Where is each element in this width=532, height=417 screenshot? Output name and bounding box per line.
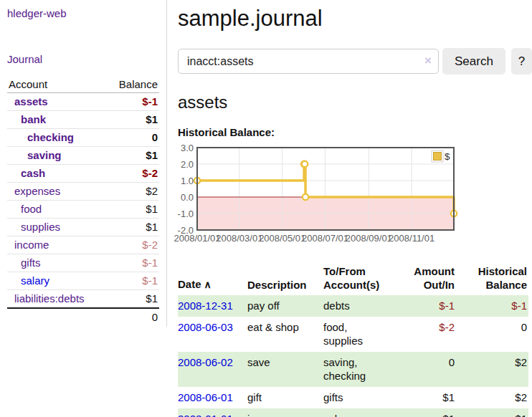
account-link[interactable]: supplies <box>9 221 60 234</box>
page-title: sample.journal <box>178 6 532 32</box>
register-row: 2008-12-31pay offdebts$-1$-1 <box>178 295 528 317</box>
account-balance: $1 <box>146 149 158 162</box>
register-row: 2008-06-02savesaving, checking0$2 <box>178 352 528 387</box>
search-bar: × Search ? <box>178 48 532 75</box>
svg-text:2008/09/01: 2008/09/01 <box>346 233 392 244</box>
svg-text:-1.0: -1.0 <box>178 208 194 219</box>
register-accounts: gifts <box>323 391 343 403</box>
register-column-header: Amount Out/In <box>395 263 460 295</box>
register-row: 2008-06-01giftgifts$1$2 <box>178 387 528 408</box>
register-table: Date ∧DescriptionTo/From Account(s)Amoun… <box>178 263 528 417</box>
search-input[interactable] <box>178 49 439 74</box>
register-balance: $2 <box>515 356 527 368</box>
journal-link[interactable]: Journal <box>7 53 42 65</box>
register-column-header[interactable]: Date ∧ <box>178 263 247 295</box>
account-link[interactable]: checking <box>9 131 74 144</box>
sort-asc-icon[interactable]: ∧ <box>201 279 212 290</box>
register-amount: $-2 <box>439 321 455 333</box>
register-description: gift <box>247 391 262 403</box>
register-date-link[interactable]: 2008-06-02 <box>178 356 233 368</box>
chart-title: Historical Balance: <box>178 126 532 138</box>
register-accounts: debts <box>323 299 350 312</box>
account-link[interactable]: food <box>9 203 42 216</box>
account-link[interactable]: gifts <box>9 257 41 269</box>
clear-search-icon[interactable]: × <box>424 54 432 68</box>
register-balance: 0 <box>521 321 527 333</box>
account-balance: $-1 <box>142 257 158 269</box>
chart-legend: $ <box>432 150 450 162</box>
account-link[interactable]: salary <box>9 274 49 287</box>
svg-text:2008/05/01: 2008/05/01 <box>259 233 305 244</box>
register-column-header: Description <box>247 263 323 295</box>
account-link[interactable]: bank <box>9 113 46 126</box>
account-row: liabilities:debts$1 <box>7 290 159 309</box>
account-balance: $1 <box>146 113 158 126</box>
register-description: save <box>247 356 270 368</box>
account-balance: $1 <box>146 292 158 305</box>
account-balance: $1 <box>146 221 158 234</box>
svg-text:0.0: 0.0 <box>181 192 194 203</box>
search-button[interactable]: Search <box>442 48 505 75</box>
account-row: saving$1 <box>7 147 159 165</box>
account-row: cash$-2 <box>7 165 159 183</box>
register-accounts: salary <box>323 413 352 417</box>
register-date-link[interactable]: 2008-06-03 <box>178 321 233 333</box>
svg-text:2008/03/01: 2008/03/01 <box>216 233 262 244</box>
account-row: checking0 <box>7 129 159 147</box>
historical-balance-chart: $3.02.01.00.0-1.0-2.02008/01/012008/03/0… <box>178 145 532 247</box>
register-column-header: Historical Balance <box>460 263 528 295</box>
account-row: assets$-1 <box>7 93 159 111</box>
account-link[interactable]: assets <box>9 95 48 108</box>
register-date-link[interactable]: 2008-12-31 <box>178 299 233 312</box>
register-description: eat & shop <box>247 321 299 333</box>
account-link[interactable]: income <box>9 239 49 251</box>
y-axis-labels: 3.02.01.00.0-1.0-2.0 <box>178 143 194 236</box>
register-date-link[interactable]: 2008-01-01 <box>178 413 233 417</box>
account-link[interactable]: cash <box>9 167 45 180</box>
account-balance: $2 <box>146 185 158 198</box>
svg-text:2008/07/01: 2008/07/01 <box>302 233 348 244</box>
account-balance: $-1 <box>142 274 158 287</box>
svg-text:2.0: 2.0 <box>181 159 194 170</box>
register-accounts: saving, checking <box>323 356 366 382</box>
x-axis-labels: 2008/01/012008/03/012008/05/012008/07/01… <box>174 233 434 244</box>
register-row: 2008-06-03eat & shopfood, supplies$-20 <box>178 317 528 352</box>
accounts-total-value: 0 <box>152 311 158 323</box>
main-content: sample.journal × Search ? assets Histori… <box>167 0 532 417</box>
register-date-link[interactable]: 2008-06-01 <box>178 391 233 403</box>
account-row: supplies$1 <box>7 219 159 236</box>
accounts-table: Account Balance assets$-1bank$1checking0… <box>7 76 159 325</box>
account-link[interactable]: saving <box>9 149 62 162</box>
svg-text:2008/01/01: 2008/01/01 <box>174 233 220 244</box>
account-row: gifts$-1 <box>7 254 159 272</box>
app-title-link[interactable]: hledger-web <box>7 7 166 19</box>
account-balance: $-1 <box>142 95 158 108</box>
accounts-header-account: Account <box>9 78 47 90</box>
account-row: food$1 <box>7 201 159 219</box>
account-heading: assets <box>178 92 532 112</box>
account-balance: $-2 <box>142 167 158 180</box>
sidebar: hledger-web Journal Account Balance asse… <box>0 0 167 327</box>
accounts-header-balance: Balance <box>119 78 158 90</box>
account-link[interactable]: expenses <box>9 185 60 198</box>
legend-swatch <box>434 153 442 160</box>
account-row: salary$-1 <box>7 272 159 290</box>
svg-text:3.0: 3.0 <box>181 143 194 153</box>
register-row: 2008-01-01incomesalary$1$1 <box>178 408 528 417</box>
register-balance: $-1 <box>511 299 527 312</box>
register-description: income <box>247 413 282 417</box>
register-accounts: food, supplies <box>323 321 363 347</box>
account-link[interactable]: liabilities:debts <box>9 292 85 305</box>
help-button[interactable]: ? <box>511 48 532 75</box>
account-row: income$-2 <box>7 236 159 254</box>
account-balance: 0 <box>152 131 158 144</box>
register-amount: 0 <box>449 356 455 368</box>
account-balance: $1 <box>146 203 158 216</box>
svg-text:1.0: 1.0 <box>181 176 194 186</box>
register-balance: $1 <box>515 413 527 417</box>
svg-text:2008/11/01: 2008/11/01 <box>389 233 434 244</box>
chart-svg: $3.02.01.00.0-1.0-2.02008/01/012008/03/0… <box>178 145 466 247</box>
account-row: bank$1 <box>7 111 159 129</box>
register-balance: $2 <box>515 391 527 403</box>
accounts-total-row: 0 <box>7 309 159 325</box>
